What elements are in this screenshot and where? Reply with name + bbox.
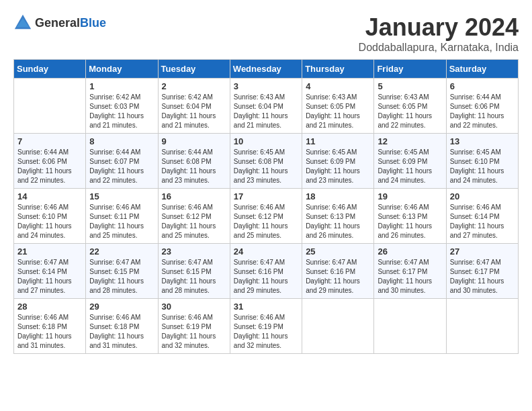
weekday-header-cell: Sunday (14, 60, 86, 79)
day-number: 24 (234, 246, 298, 257)
calendar-week-row: 7Sunrise: 6:44 AMSunset: 6:06 PMDaylight… (14, 134, 519, 189)
day-number: 31 (234, 302, 298, 312)
weekday-header-cell: Saturday (446, 60, 518, 79)
day-info: Sunrise: 6:47 AMSunset: 6:17 PMDaylight:… (378, 258, 442, 295)
day-number: 8 (89, 136, 154, 146)
weekday-header-cell: Thursday (302, 60, 374, 79)
day-number: 17 (234, 191, 298, 201)
day-info: Sunrise: 6:43 AMSunset: 6:05 PMDaylight:… (306, 93, 370, 130)
day-info: Sunrise: 6:47 AMSunset: 6:16 PMDaylight:… (306, 258, 370, 295)
day-number: 26 (378, 246, 442, 257)
calendar-day-cell: 6Sunrise: 6:44 AMSunset: 6:06 PMDaylight… (446, 79, 518, 134)
calendar-week-row: 1Sunrise: 6:42 AMSunset: 6:03 PMDaylight… (14, 79, 519, 134)
day-number: 15 (89, 191, 154, 201)
day-number: 19 (378, 191, 442, 201)
day-number: 3 (234, 81, 298, 91)
calendar-day-cell: 22Sunrise: 6:47 AMSunset: 6:15 PMDayligh… (86, 244, 158, 299)
logo-general: General (35, 16, 80, 30)
calendar-day-cell: 23Sunrise: 6:47 AMSunset: 6:15 PMDayligh… (158, 244, 230, 299)
day-info: Sunrise: 6:46 AMSunset: 6:13 PMDaylight:… (306, 203, 370, 240)
calendar-day-cell: 2Sunrise: 6:42 AMSunset: 6:04 PMDaylight… (158, 79, 230, 134)
title-block: January 2024 Doddaballapura, Karnataka, … (359, 13, 519, 54)
day-number: 11 (306, 136, 370, 146)
day-info: Sunrise: 6:45 AMSunset: 6:10 PMDaylight:… (450, 148, 515, 185)
day-number: 12 (378, 136, 442, 146)
day-number: 28 (17, 302, 82, 312)
calendar-table: SundayMondayTuesdayWednesdayThursdayFrid… (13, 59, 519, 354)
calendar-week-row: 14Sunrise: 6:46 AMSunset: 6:10 PMDayligh… (14, 189, 519, 244)
weekday-header-cell: Monday (86, 60, 158, 79)
day-number: 25 (306, 246, 370, 257)
day-info: Sunrise: 6:46 AMSunset: 6:18 PMDaylight:… (89, 313, 154, 351)
day-info: Sunrise: 6:47 AMSunset: 6:15 PMDaylight:… (89, 258, 154, 295)
day-info: Sunrise: 6:47 AMSunset: 6:15 PMDaylight:… (162, 258, 226, 295)
day-number: 18 (306, 191, 370, 201)
day-info: Sunrise: 6:44 AMSunset: 6:06 PMDaylight:… (17, 148, 82, 185)
calendar-day-cell: 19Sunrise: 6:46 AMSunset: 6:13 PMDayligh… (374, 189, 446, 244)
day-info: Sunrise: 6:45 AMSunset: 6:09 PMDaylight:… (306, 148, 370, 185)
day-info: Sunrise: 6:46 AMSunset: 6:14 PMDaylight:… (450, 203, 515, 240)
day-info: Sunrise: 6:47 AMSunset: 6:16 PMDaylight:… (234, 258, 298, 295)
day-info: Sunrise: 6:46 AMSunset: 6:11 PMDaylight:… (89, 203, 154, 240)
day-info: Sunrise: 6:47 AMSunset: 6:17 PMDaylight:… (450, 258, 515, 295)
calendar-day-cell: 12Sunrise: 6:45 AMSunset: 6:09 PMDayligh… (374, 134, 446, 189)
calendar-day-cell: 28Sunrise: 6:46 AMSunset: 6:18 PMDayligh… (14, 299, 86, 354)
weekday-header-cell: Wednesday (230, 60, 302, 79)
day-number: 1 (89, 81, 154, 91)
calendar-day-cell: 21Sunrise: 6:47 AMSunset: 6:14 PMDayligh… (14, 244, 86, 299)
calendar-day-cell: 11Sunrise: 6:45 AMSunset: 6:09 PMDayligh… (302, 134, 374, 189)
day-number: 21 (17, 246, 82, 257)
calendar-day-cell: 27Sunrise: 6:47 AMSunset: 6:17 PMDayligh… (446, 244, 518, 299)
day-number: 6 (450, 81, 515, 91)
logo: GeneralBlue (13, 13, 106, 32)
day-info: Sunrise: 6:44 AMSunset: 6:07 PMDaylight:… (89, 148, 154, 185)
day-number: 27 (450, 246, 515, 257)
month-title: January 2024 (359, 13, 519, 42)
calendar-day-cell (302, 299, 374, 354)
day-info: Sunrise: 6:44 AMSunset: 6:06 PMDaylight:… (450, 93, 515, 130)
day-info: Sunrise: 6:46 AMSunset: 6:18 PMDaylight:… (17, 313, 82, 351)
calendar-day-cell: 10Sunrise: 6:45 AMSunset: 6:08 PMDayligh… (230, 134, 302, 189)
location-title: Doddaballapura, Karnataka, India (359, 42, 519, 54)
weekday-header-cell: Tuesday (158, 60, 230, 79)
calendar-day-cell (14, 79, 86, 134)
calendar-week-row: 21Sunrise: 6:47 AMSunset: 6:14 PMDayligh… (14, 244, 519, 299)
day-info: Sunrise: 6:46 AMSunset: 6:13 PMDaylight:… (378, 203, 442, 240)
day-info: Sunrise: 6:45 AMSunset: 6:09 PMDaylight:… (378, 148, 442, 185)
day-info: Sunrise: 6:46 AMSunset: 6:12 PMDaylight:… (234, 203, 298, 240)
calendar-day-cell: 30Sunrise: 6:46 AMSunset: 6:19 PMDayligh… (158, 299, 230, 354)
day-info: Sunrise: 6:43 AMSunset: 6:05 PMDaylight:… (378, 93, 442, 130)
day-info: Sunrise: 6:45 AMSunset: 6:08 PMDaylight:… (234, 148, 298, 185)
calendar-day-cell: 24Sunrise: 6:47 AMSunset: 6:16 PMDayligh… (230, 244, 302, 299)
day-number: 23 (162, 246, 226, 257)
calendar-day-cell: 8Sunrise: 6:44 AMSunset: 6:07 PMDaylight… (86, 134, 158, 189)
day-number: 16 (162, 191, 226, 201)
calendar-day-cell: 7Sunrise: 6:44 AMSunset: 6:06 PMDaylight… (14, 134, 86, 189)
day-number: 22 (89, 246, 154, 257)
day-info: Sunrise: 6:44 AMSunset: 6:08 PMDaylight:… (162, 148, 226, 185)
calendar-day-cell: 3Sunrise: 6:43 AMSunset: 6:04 PMDaylight… (230, 79, 302, 134)
calendar-day-cell: 1Sunrise: 6:42 AMSunset: 6:03 PMDaylight… (86, 79, 158, 134)
calendar-week-row: 28Sunrise: 6:46 AMSunset: 6:18 PMDayligh… (14, 299, 519, 354)
day-number: 13 (450, 136, 515, 146)
calendar-day-cell: 4Sunrise: 6:43 AMSunset: 6:05 PMDaylight… (302, 79, 374, 134)
day-number: 5 (378, 81, 442, 91)
logo-blue: Blue (80, 16, 106, 30)
calendar-day-cell: 14Sunrise: 6:46 AMSunset: 6:10 PMDayligh… (14, 189, 86, 244)
calendar-day-cell (374, 299, 446, 354)
day-number: 29 (89, 302, 154, 312)
calendar-day-cell: 17Sunrise: 6:46 AMSunset: 6:12 PMDayligh… (230, 189, 302, 244)
calendar-day-cell: 16Sunrise: 6:46 AMSunset: 6:12 PMDayligh… (158, 189, 230, 244)
day-info: Sunrise: 6:47 AMSunset: 6:14 PMDaylight:… (17, 258, 82, 295)
calendar-body: 1Sunrise: 6:42 AMSunset: 6:03 PMDaylight… (14, 79, 519, 354)
calendar-day-cell (446, 299, 518, 354)
day-info: Sunrise: 6:43 AMSunset: 6:04 PMDaylight:… (234, 93, 298, 130)
calendar-day-cell: 25Sunrise: 6:47 AMSunset: 6:16 PMDayligh… (302, 244, 374, 299)
day-number: 2 (162, 81, 226, 91)
day-info: Sunrise: 6:42 AMSunset: 6:03 PMDaylight:… (89, 93, 154, 130)
day-info: Sunrise: 6:46 AMSunset: 6:12 PMDaylight:… (162, 203, 226, 240)
calendar-day-cell: 15Sunrise: 6:46 AMSunset: 6:11 PMDayligh… (86, 189, 158, 244)
calendar-day-cell: 13Sunrise: 6:45 AMSunset: 6:10 PMDayligh… (446, 134, 518, 189)
day-info: Sunrise: 6:46 AMSunset: 6:19 PMDaylight:… (162, 313, 226, 351)
page-header: GeneralBlue January 2024 Doddaballapura,… (13, 13, 519, 54)
